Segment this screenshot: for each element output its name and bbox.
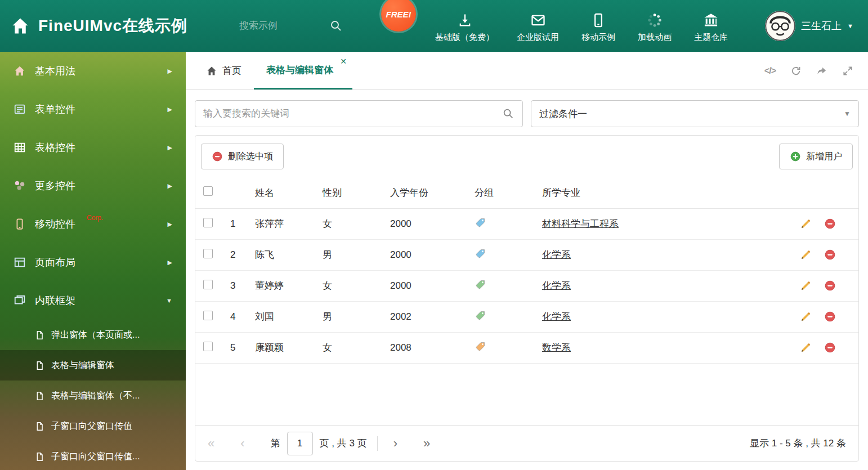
major-link[interactable]: 化学系 (542, 280, 571, 291)
sidebar-item-form-controls[interactable]: 表单控件 ▶ (0, 90, 186, 128)
row-number: 4 (227, 301, 252, 332)
sidebar-subitem-popup-window[interactable]: 弹出窗体（本页面或... (0, 320, 186, 350)
grid-panel: 删除选中项 新增用户 姓名 性别 (195, 135, 859, 462)
major-link[interactable]: 材料科学与工程系 (542, 218, 619, 229)
cell-gender: 女 (319, 208, 387, 239)
sidebar-subitem-child-to-parent-2[interactable]: 子窗口向父窗口传值... (0, 441, 186, 470)
row-checkbox[interactable] (203, 311, 213, 320)
sidebar-item-mobile-controls[interactable]: 移动控件 Corp. ▶ (0, 205, 186, 243)
file-icon (35, 391, 44, 401)
sidebar-subitem-label: 子窗口向父窗口传值 (51, 420, 132, 432)
sidebar-item-inline-frame[interactable]: 内联框架 ▼ (0, 281, 186, 320)
delete-selected-button[interactable]: 删除选中项 (201, 144, 284, 169)
tab-label: 首页 (222, 64, 241, 77)
cell-gender: 女 (319, 332, 387, 363)
close-icon[interactable]: ✕ (340, 57, 347, 66)
edit-pencil-icon[interactable] (800, 342, 812, 353)
refresh-icon[interactable] (790, 65, 802, 77)
prev-page-icon[interactable]: ‹ (240, 436, 244, 451)
open-new-window-icon[interactable] (816, 65, 827, 77)
table-row: 1 张萍萍 女 2000 材料科学与工程系 (195, 208, 858, 239)
first-page-icon[interactable]: « (208, 436, 214, 451)
pagination-bar: « ‹ 第 页 , 共 3 页 › » 显示 1 - 5 条 , 共 12 条 (195, 425, 858, 461)
next-page-icon[interactable]: › (393, 436, 397, 451)
sidebar-subitem-child-to-parent[interactable]: 子窗口向父窗口传值 (0, 411, 186, 441)
nav-item-mobile-demo[interactable]: 移动示例 (581, 9, 615, 43)
sidebar-item-label: 更多控件 (35, 179, 75, 193)
keyword-search-input[interactable] (203, 108, 502, 119)
cell-year: 2000 (387, 270, 471, 301)
frames-icon (14, 294, 26, 307)
row-checkbox[interactable] (203, 280, 213, 289)
row-checkbox[interactable] (203, 218, 213, 227)
sidebar-item-basic-usage[interactable]: 基本用法 ▶ (0, 52, 186, 90)
tag-icon (475, 282, 486, 293)
delete-row-icon[interactable] (824, 249, 836, 261)
tag-icon (475, 220, 486, 231)
button-label: 删除选中项 (228, 151, 273, 163)
edit-pencil-icon[interactable] (800, 218, 812, 230)
delete-row-icon[interactable] (824, 280, 836, 292)
major-link[interactable]: 化学系 (542, 249, 571, 260)
edit-pencil-icon[interactable] (800, 311, 812, 323)
mail-icon (530, 12, 546, 28)
edit-pencil-icon[interactable] (800, 280, 812, 292)
edit-pencil-icon[interactable] (800, 249, 812, 261)
column-header-year: 入学年份 (387, 177, 471, 208)
cell-year: 2008 (387, 332, 471, 363)
tab-home[interactable]: 首页 (194, 52, 254, 89)
delete-row-icon[interactable] (824, 342, 836, 353)
filter-dropdown[interactable]: 过滤条件一 ▼ (531, 100, 859, 127)
fullscreen-icon[interactable] (842, 65, 853, 77)
header-search-input[interactable] (239, 20, 324, 32)
page-number-input[interactable] (287, 432, 313, 455)
select-all-checkbox[interactable] (203, 186, 213, 196)
source-code-icon[interactable]: </> (764, 66, 776, 76)
sidebar-subitem-grid-edit-window[interactable]: 表格与编辑窗体 (0, 350, 186, 381)
nav-item-basic-free[interactable]: 基础版（免费） (435, 9, 494, 43)
add-user-button[interactable]: 新增用户 (779, 144, 853, 169)
home-icon (206, 65, 217, 77)
user-name: 三生石上 (801, 19, 842, 33)
spinner-icon (647, 12, 663, 28)
cell-year: 2002 (387, 301, 471, 332)
row-checkbox[interactable] (203, 249, 213, 258)
sidebar-item-page-layout[interactable]: 页面布局 ▶ (0, 243, 186, 281)
header-search (239, 19, 352, 33)
search-icon[interactable] (329, 19, 343, 33)
delete-row-icon[interactable] (824, 218, 836, 230)
header-nav: 基础版（免费） 企业版试用 移动示例 加载动画 主题仓库 (435, 9, 728, 43)
table-icon (14, 141, 26, 154)
sidebar-item-label: 页面布局 (35, 256, 75, 269)
delete-row-icon[interactable] (824, 311, 836, 323)
nav-label: 移动示例 (581, 32, 615, 43)
nav-item-loading-animation[interactable]: 加载动画 (638, 9, 672, 43)
major-link[interactable]: 化学系 (542, 311, 571, 322)
file-icon (35, 422, 44, 431)
widgets-icon (14, 180, 26, 192)
plus-circle-icon (790, 151, 801, 162)
data-table: 姓名 性别 入学年份 分组 所学专业 1 张萍萍 女 2000 (195, 177, 858, 364)
top-header: FineUIMvc在线示例 FREE! 基础版（免费） 企业版试用 移动示例 加… (0, 0, 868, 52)
brand[interactable]: FineUIMvc在线示例 (0, 15, 187, 37)
row-checkbox[interactable] (203, 342, 213, 351)
chevron-right-icon: ▶ (168, 106, 172, 113)
row-number: 3 (227, 270, 252, 301)
user-menu[interactable]: 三生石上 ▼ (765, 11, 853, 41)
tag-icon (475, 313, 486, 324)
tab-grid-edit-window[interactable]: 表格与编辑窗体 ✕ (254, 52, 352, 89)
chevron-down-icon: ▼ (166, 297, 172, 304)
nav-item-enterprise-trial[interactable]: 企业版试用 (517, 9, 559, 43)
search-icon[interactable] (502, 108, 514, 120)
major-link[interactable]: 数学系 (542, 342, 571, 353)
divider (377, 436, 378, 451)
sidebar-subitem-grid-edit-window-alt[interactable]: 表格与编辑窗体（不... (0, 381, 186, 411)
sidebar-item-label: 表格控件 (35, 141, 75, 154)
sidebar-item-more-controls[interactable]: 更多控件 ▶ (0, 167, 186, 205)
last-page-icon[interactable]: » (423, 436, 430, 451)
corp-badge: Corp. (87, 214, 103, 222)
nav-item-theme-repo[interactable]: 主题仓库 (694, 9, 728, 43)
column-header-name: 姓名 (252, 177, 319, 208)
sidebar-item-table-controls[interactable]: 表格控件 ▶ (0, 128, 186, 167)
column-header-major: 所学专业 (539, 177, 789, 208)
